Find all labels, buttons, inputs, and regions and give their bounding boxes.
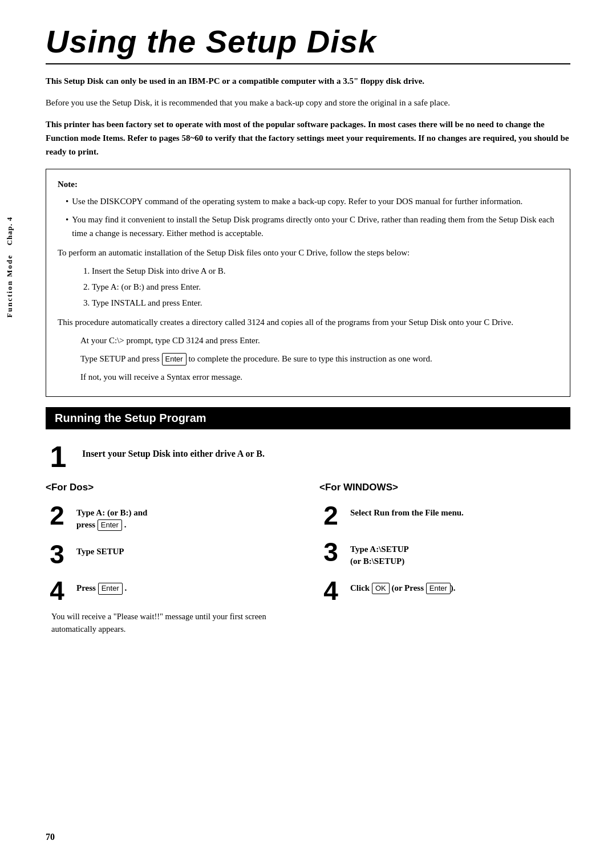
dos-step2-end: . bbox=[122, 520, 127, 529]
note-syntax: If not, you will receive a Syntax error … bbox=[80, 370, 558, 384]
win-step2: 2 Select Run from the File menu. bbox=[319, 502, 570, 529]
win-step4-ok: OK bbox=[372, 583, 390, 594]
dos-step2-press: press bbox=[76, 520, 98, 529]
side-tab-chap: Chap. 4 bbox=[5, 217, 14, 245]
dos-step4-post: . bbox=[123, 583, 127, 592]
page: Chap. 4 Function Mode 70 Using the Setup… bbox=[0, 0, 616, 865]
intro-bold1: This Setup Disk can only be used in an I… bbox=[46, 75, 570, 88]
dos-step4-pre: Press bbox=[76, 583, 98, 592]
for-windows-header: <For WINDOWS> bbox=[319, 482, 570, 493]
win-step2-number: 2 bbox=[319, 502, 342, 529]
dos-step2-number: 2 bbox=[46, 502, 68, 529]
note-setup-line: Type SETUP and press Enter to complete t… bbox=[80, 352, 558, 366]
note-prompt: At your C:\> prompt, type CD 3124 and pr… bbox=[80, 334, 558, 347]
dos-step3-number: 3 bbox=[46, 541, 68, 567]
dos-step3: 3 Type SETUP bbox=[46, 541, 297, 567]
note-box: Note: Use the DISKCOPY command of the op… bbox=[46, 169, 570, 397]
col-windows: <For WINDOWS> 2 Select Run from the File… bbox=[308, 482, 570, 636]
page-title: Using the Setup Disk bbox=[46, 23, 570, 64]
note-step-2: Type A: (or B:) and press Enter. bbox=[92, 280, 558, 294]
win-step4-post: ). bbox=[451, 583, 456, 592]
dos-step2-line1: Type A: (or B:) and bbox=[76, 508, 147, 517]
dos-step2: 2 Type A: (or B:) and press Enter . bbox=[46, 502, 297, 531]
note-setup-pre: Type SETUP and press bbox=[80, 354, 162, 363]
note-enter-key: Enter bbox=[162, 353, 187, 366]
note-step-3: Type INSTALL and press Enter. bbox=[92, 296, 558, 310]
step1: 1 Insert your Setup Disk into either dri… bbox=[46, 442, 570, 472]
intro-normal1: Before you use the Setup Disk, it is rec… bbox=[46, 96, 570, 109]
col-dos: <For Dos> 2 Type A: (or B:) and press En… bbox=[46, 482, 308, 636]
two-col-steps: <For Dos> 2 Type A: (or B:) and press En… bbox=[46, 482, 570, 636]
note-install-text: To perform an automatic installation of … bbox=[58, 246, 558, 259]
note-step-1: Insert the Setup Disk into drive A or B. bbox=[92, 264, 558, 278]
note-bullet2: You may find it convenient to install th… bbox=[66, 213, 558, 240]
win-step3: 3 Type A:\SETUP (or B:\SETUP) bbox=[319, 539, 570, 567]
note-bullet1: Use the DISKCOPY command of the operatin… bbox=[66, 194, 558, 208]
win-step3-line1: Type A:\SETUP bbox=[350, 545, 409, 554]
note-procedure: This procedure automatically creates a d… bbox=[58, 315, 558, 329]
win-step4-number: 4 bbox=[319, 578, 342, 604]
dos-step2-text: Type A: (or B:) and press Enter . bbox=[76, 502, 147, 531]
dos-step4-text: Press Enter . bbox=[76, 578, 127, 594]
section-header: Running the Setup Program bbox=[46, 407, 570, 429]
page-number: 70 bbox=[46, 832, 55, 842]
side-tab: Chap. 4 Function Mode bbox=[0, 217, 19, 318]
win-step4-pre: Click bbox=[350, 583, 372, 592]
note-steps-list: Insert the Setup Disk into drive A or B.… bbox=[92, 264, 558, 310]
dos-step4: 4 Press Enter . bbox=[46, 578, 297, 604]
win-step4-text: Click OK (or Press Enter). bbox=[350, 578, 456, 594]
win-step3-line2: (or B:\SETUP) bbox=[350, 557, 404, 566]
dos-step4-number: 4 bbox=[46, 578, 68, 604]
note-setup-post: to complete the procedure. Be sure to ty… bbox=[187, 354, 432, 363]
win-step4-mid: (or Press bbox=[390, 583, 426, 592]
side-tab-function: Function Mode bbox=[5, 254, 14, 318]
win-step2-text: Select Run from the File menu. bbox=[350, 502, 464, 519]
note-label: Note: bbox=[58, 177, 558, 191]
win-step4: 4 Click OK (or Press Enter). bbox=[319, 578, 570, 604]
dos-step3-text: Type SETUP bbox=[76, 541, 124, 558]
step1-number: 1 bbox=[46, 442, 71, 472]
for-dos-header: <For Dos> bbox=[46, 482, 297, 493]
dos-step4-enter: Enter bbox=[98, 583, 123, 594]
win-step3-number: 3 bbox=[319, 539, 342, 565]
win-step4-enter: Enter bbox=[426, 583, 451, 594]
after-steps-text: You will receive a "Please wait!!" messa… bbox=[51, 611, 297, 636]
intro-bold2: This printer has been factory set to ope… bbox=[46, 117, 570, 159]
win-step3-text: Type A:\SETUP (or B:\SETUP) bbox=[350, 539, 409, 567]
dos-step2-enter: Enter bbox=[98, 519, 122, 531]
step1-text: Insert your Setup Disk into either drive… bbox=[82, 442, 265, 460]
